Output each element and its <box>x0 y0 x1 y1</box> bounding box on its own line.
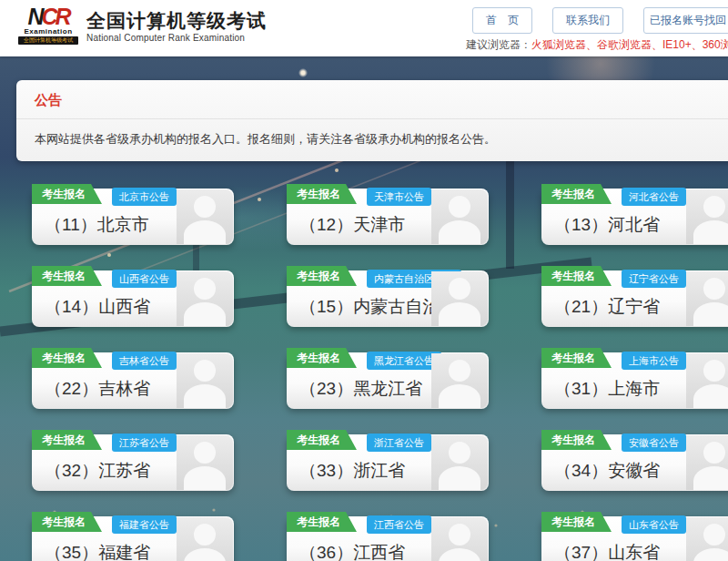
province-card[interactable]: 考生报名 北京市公告 （11）北京市 <box>32 189 234 245</box>
avatar-icon <box>431 271 488 326</box>
notice-tag[interactable]: 天津市公告 <box>367 188 431 206</box>
province-card[interactable]: 考生报名 江西省公告 （36）江西省 <box>287 516 489 561</box>
province-label: （21）辽宁省 <box>554 295 660 319</box>
avatar-torso-shape <box>693 466 728 490</box>
province-label: （36）江西省 <box>299 541 405 561</box>
province-card[interactable]: 考生报名 吉林省公告 （22）吉林省 <box>32 352 234 409</box>
nav-contact-button[interactable]: 联系我们 <box>552 7 623 34</box>
examinee-register-tag[interactable]: 考生报名 <box>32 512 102 532</box>
examinee-register-tag[interactable]: 考生报名 <box>287 430 357 450</box>
examinee-register-tag[interactable]: 考生报名 <box>32 266 102 286</box>
browser-tip-text: 火狐浏览器、谷歌浏览器、IE10+、360浏览器（选择极速模式） <box>531 38 728 51</box>
examinee-register-label: 考生报名 <box>42 434 86 446</box>
notice-tag[interactable]: 辽宁省公告 <box>622 270 686 288</box>
logo-acronym: NCR <box>18 5 78 27</box>
examinee-register-tag[interactable]: 考生报名 <box>541 512 612 532</box>
avatar-icon <box>177 435 233 490</box>
examinee-register-tag[interactable]: 考生报名 <box>287 266 357 286</box>
province-card[interactable]: 考生报名 上海市公告 （31）上海市 <box>541 352 728 409</box>
province-card[interactable]: 考生报名 福建省公告 （35）福建省 <box>32 516 234 561</box>
announcement-card: 公告 本网站提供各省级承办机构的报名入口。报名细则，请关注各省级承办机构的报名公… <box>16 80 728 161</box>
app-header: NCR Examination 全国计算机等级考试 全国计算机等级考试 Nati… <box>0 0 728 56</box>
province-label: （14）山西省 <box>45 295 150 319</box>
examinee-register-label: 考生报名 <box>297 434 340 446</box>
avatar-head-shape <box>449 442 470 464</box>
notice-tag[interactable]: 黑龙江省公告 <box>367 352 441 370</box>
province-label: （13）河北省 <box>554 213 660 237</box>
avatar-head-shape <box>194 196 216 218</box>
province-card[interactable]: 考生报名 黑龙江省公告 （23）黑龙江省 <box>287 352 489 409</box>
examinee-register-tag[interactable]: 考生报名 <box>32 430 102 450</box>
notice-tag[interactable]: 河北省公告 <box>622 188 686 206</box>
examinee-register-tag[interactable]: 考生报名 <box>32 348 102 368</box>
notice-tag[interactable]: 吉林省公告 <box>112 352 177 370</box>
avatar-icon <box>177 517 233 561</box>
avatar-head-shape <box>703 442 725 464</box>
avatar-torso-shape <box>693 548 728 561</box>
avatar-head-shape <box>194 278 216 300</box>
avatar-icon <box>431 517 488 561</box>
examinee-register-tag[interactable]: 考生报名 <box>287 348 357 368</box>
examinee-register-label: 考生报名 <box>42 270 86 282</box>
avatar-head-shape <box>449 524 470 546</box>
avatar-head-shape <box>703 524 725 546</box>
avatar-torso-shape <box>184 302 226 326</box>
examinee-register-label: 考生报名 <box>551 188 595 200</box>
examinee-register-label: 考生报名 <box>42 515 86 528</box>
examinee-register-tag[interactable]: 考生报名 <box>541 266 612 286</box>
avatar-icon <box>686 353 728 408</box>
avatar-head-shape <box>449 278 470 300</box>
examinee-register-label: 考生报名 <box>297 188 340 200</box>
examinee-register-label: 考生报名 <box>551 352 595 364</box>
examinee-register-tag[interactable]: 考生报名 <box>287 184 357 204</box>
province-grid: 考生报名 北京市公告 （11）北京市 考生报名 天津市公告 （12）天津市 考生… <box>32 189 728 561</box>
province-card[interactable]: 考生报名 山东省公告 （37）山东省 <box>541 516 728 561</box>
examinee-register-label: 考生报名 <box>551 270 595 282</box>
province-card[interactable]: 考生报名 辽宁省公告 （21）辽宁省 <box>541 270 728 327</box>
examinee-register-label: 考生报名 <box>297 515 340 528</box>
examinee-register-tag[interactable]: 考生报名 <box>541 184 612 204</box>
avatar-torso-shape <box>184 466 226 490</box>
province-label: （12）天津市 <box>299 213 405 237</box>
nav-home-button[interactable]: 首 页 <box>472 7 532 34</box>
province-card[interactable]: 考生报名 江苏省公告 （32）江苏省 <box>32 434 234 491</box>
province-label: （35）福建省 <box>45 541 150 561</box>
avatar-icon <box>431 189 488 244</box>
examinee-register-tag[interactable]: 考生报名 <box>287 512 357 532</box>
examinee-register-tag[interactable]: 考生报名 <box>32 184 102 204</box>
avatar-icon <box>431 353 488 408</box>
avatar-head-shape <box>449 360 470 382</box>
nav-account-recover-button[interactable]: 已报名账号找回 <box>643 7 728 34</box>
examinee-register-tag[interactable]: 考生报名 <box>541 430 612 450</box>
province-card[interactable]: 考生报名 山西省公告 （14）山西省 <box>32 270 234 327</box>
notice-tag[interactable]: 安徽省公告 <box>622 434 686 452</box>
notice-tag[interactable]: 浙江省公告 <box>367 434 431 452</box>
notice-tag[interactable]: 山西省公告 <box>112 270 177 288</box>
notice-tag[interactable]: 江西省公告 <box>367 515 431 534</box>
notice-tag[interactable]: 江苏省公告 <box>112 434 177 452</box>
avatar-icon <box>177 353 233 408</box>
province-card[interactable]: 考生报名 安徽省公告 （34）安徽省 <box>541 434 728 491</box>
site-subtitle: National Computer Rank Examination <box>86 33 267 43</box>
notice-tag[interactable]: 上海市公告 <box>622 352 686 370</box>
province-label: （11）北京市 <box>45 213 149 237</box>
avatar-head-shape <box>449 196 470 218</box>
avatar-icon <box>686 271 728 326</box>
avatar-torso-shape <box>693 302 728 326</box>
avatar-torso-shape <box>184 220 226 244</box>
province-card[interactable]: 考生报名 内蒙古自治区公告 （15）内蒙古自治区 <box>287 270 489 327</box>
province-label: （33）浙江省 <box>299 459 405 483</box>
avatar-torso-shape <box>693 384 728 408</box>
province-card[interactable]: 考生报名 河北省公告 （13）河北省 <box>541 189 728 245</box>
examinee-register-tag[interactable]: 考生报名 <box>541 348 612 368</box>
province-card[interactable]: 考生报名 浙江省公告 （33）浙江省 <box>287 434 489 491</box>
logo-word: Examination <box>18 27 78 36</box>
province-card[interactable]: 考生报名 天津市公告 （12）天津市 <box>287 189 489 245</box>
examinee-register-label: 考生报名 <box>297 352 340 364</box>
notice-tag[interactable]: 山东省公告 <box>622 515 686 534</box>
notice-tag[interactable]: 北京市公告 <box>112 188 177 206</box>
examinee-register-label: 考生报名 <box>42 188 86 200</box>
notice-tag[interactable]: 福建省公告 <box>112 515 177 534</box>
examinee-register-label: 考生报名 <box>551 434 595 446</box>
browser-tip-label: 建议浏览器： <box>466 38 531 51</box>
